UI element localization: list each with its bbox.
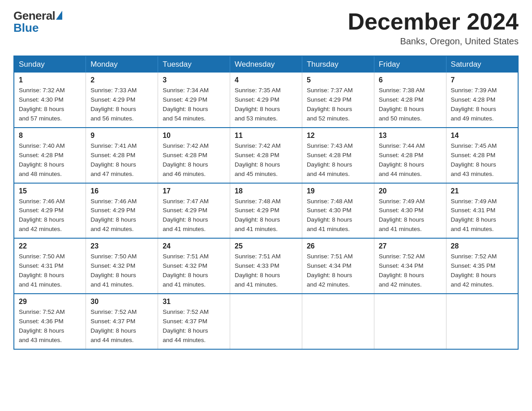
day-info: Sunrise: 7:35 AM Sunset: 4:29 PM Dayligh… bbox=[235, 86, 297, 124]
day-of-week-header: Saturday bbox=[446, 56, 518, 73]
day-number: 8 bbox=[19, 132, 81, 140]
day-info: Sunrise: 7:48 AM Sunset: 4:29 PM Dayligh… bbox=[235, 197, 297, 235]
day-number: 29 bbox=[19, 298, 81, 306]
calendar-cell: 11 Sunrise: 7:42 AM Sunset: 4:28 PM Dayl… bbox=[230, 128, 302, 183]
day-info: Sunrise: 7:52 AM Sunset: 4:37 PM Dayligh… bbox=[90, 308, 153, 345]
day-number: 27 bbox=[379, 242, 442, 250]
day-info: Sunrise: 7:46 AM Sunset: 4:29 PM Dayligh… bbox=[19, 197, 81, 235]
calendar-cell: 22 Sunrise: 7:50 AM Sunset: 4:31 PM Dayl… bbox=[14, 238, 86, 294]
calendar-cell: 28 Sunrise: 7:52 AM Sunset: 4:35 PM Dayl… bbox=[446, 238, 518, 294]
day-number: 23 bbox=[90, 242, 153, 250]
day-info: Sunrise: 7:50 AM Sunset: 4:31 PM Dayligh… bbox=[19, 252, 81, 290]
calendar-cell: 29 Sunrise: 7:52 AM Sunset: 4:36 PM Dayl… bbox=[14, 294, 86, 349]
day-of-week-header: Tuesday bbox=[158, 56, 230, 73]
calendar-cell: 23 Sunrise: 7:50 AM Sunset: 4:32 PM Dayl… bbox=[86, 238, 158, 294]
day-number: 3 bbox=[163, 76, 225, 84]
calendar-cell: 19 Sunrise: 7:48 AM Sunset: 4:30 PM Dayl… bbox=[302, 183, 374, 239]
day-info: Sunrise: 7:42 AM Sunset: 4:28 PM Dayligh… bbox=[235, 141, 297, 179]
day-number: 4 bbox=[235, 76, 297, 84]
day-of-week-header: Friday bbox=[374, 56, 446, 73]
day-number: 16 bbox=[90, 187, 153, 195]
calendar-cell: 31 Sunrise: 7:52 AM Sunset: 4:37 PM Dayl… bbox=[158, 294, 230, 349]
title-section: December 2024 Banks, Oregon, United Stat… bbox=[348, 9, 519, 47]
day-info: Sunrise: 7:47 AM Sunset: 4:29 PM Dayligh… bbox=[163, 197, 225, 235]
day-number: 15 bbox=[19, 187, 81, 195]
calendar-cell: 12 Sunrise: 7:43 AM Sunset: 4:28 PM Dayl… bbox=[302, 128, 374, 183]
calendar-header-row: SundayMondayTuesdayWednesdayThursdayFrid… bbox=[14, 56, 518, 73]
day-info: Sunrise: 7:44 AM Sunset: 4:28 PM Dayligh… bbox=[379, 141, 442, 179]
day-info: Sunrise: 7:33 AM Sunset: 4:29 PM Dayligh… bbox=[90, 86, 153, 124]
calendar-cell: 4 Sunrise: 7:35 AM Sunset: 4:29 PM Dayli… bbox=[230, 73, 302, 128]
day-number: 13 bbox=[379, 132, 442, 140]
calendar-cell bbox=[230, 294, 302, 349]
day-of-week-header: Monday bbox=[86, 56, 158, 73]
day-number: 11 bbox=[235, 132, 297, 140]
day-info: Sunrise: 7:41 AM Sunset: 4:28 PM Dayligh… bbox=[90, 141, 153, 179]
day-number: 28 bbox=[451, 242, 513, 250]
day-info: Sunrise: 7:37 AM Sunset: 4:29 PM Dayligh… bbox=[307, 86, 369, 124]
calendar-cell: 2 Sunrise: 7:33 AM Sunset: 4:29 PM Dayli… bbox=[86, 73, 158, 128]
calendar-cell: 7 Sunrise: 7:39 AM Sunset: 4:28 PM Dayli… bbox=[446, 73, 518, 128]
calendar-cell bbox=[446, 294, 518, 349]
day-info: Sunrise: 7:38 AM Sunset: 4:28 PM Dayligh… bbox=[379, 86, 442, 124]
calendar-week-row: 15 Sunrise: 7:46 AM Sunset: 4:29 PM Dayl… bbox=[14, 183, 518, 239]
day-info: Sunrise: 7:49 AM Sunset: 4:30 PM Dayligh… bbox=[379, 197, 442, 235]
calendar-cell bbox=[302, 294, 374, 349]
day-number: 18 bbox=[235, 187, 297, 195]
calendar-week-row: 22 Sunrise: 7:50 AM Sunset: 4:31 PM Dayl… bbox=[14, 238, 518, 294]
calendar-cell bbox=[374, 294, 446, 349]
calendar-week-row: 8 Sunrise: 7:40 AM Sunset: 4:28 PM Dayli… bbox=[14, 128, 518, 183]
calendar-cell: 18 Sunrise: 7:48 AM Sunset: 4:29 PM Dayl… bbox=[230, 183, 302, 239]
day-number: 14 bbox=[451, 132, 513, 140]
day-info: Sunrise: 7:51 AM Sunset: 4:33 PM Dayligh… bbox=[235, 252, 297, 290]
day-of-week-header: Thursday bbox=[302, 56, 374, 73]
calendar-cell: 1 Sunrise: 7:32 AM Sunset: 4:30 PM Dayli… bbox=[14, 73, 86, 128]
calendar-cell: 24 Sunrise: 7:51 AM Sunset: 4:32 PM Dayl… bbox=[158, 238, 230, 294]
day-info: Sunrise: 7:51 AM Sunset: 4:34 PM Dayligh… bbox=[307, 252, 369, 290]
calendar-table: SundayMondayTuesdayWednesdayThursdayFrid… bbox=[13, 56, 519, 349]
calendar-cell: 13 Sunrise: 7:44 AM Sunset: 4:28 PM Dayl… bbox=[374, 128, 446, 183]
day-info: Sunrise: 7:34 AM Sunset: 4:29 PM Dayligh… bbox=[163, 86, 225, 124]
day-number: 7 bbox=[451, 76, 513, 84]
calendar-week-row: 29 Sunrise: 7:52 AM Sunset: 4:36 PM Dayl… bbox=[14, 294, 518, 349]
day-info: Sunrise: 7:52 AM Sunset: 4:36 PM Dayligh… bbox=[19, 308, 81, 345]
calendar-week-row: 1 Sunrise: 7:32 AM Sunset: 4:30 PM Dayli… bbox=[14, 73, 518, 128]
day-number: 22 bbox=[19, 242, 81, 250]
day-info: Sunrise: 7:51 AM Sunset: 4:32 PM Dayligh… bbox=[163, 252, 225, 290]
calendar-cell: 26 Sunrise: 7:51 AM Sunset: 4:34 PM Dayl… bbox=[302, 238, 374, 294]
day-info: Sunrise: 7:43 AM Sunset: 4:28 PM Dayligh… bbox=[307, 141, 369, 179]
day-number: 9 bbox=[90, 132, 153, 140]
logo-triangle-icon bbox=[56, 11, 62, 20]
page-header: General Blue December 2024 Banks, Oregon… bbox=[13, 9, 519, 47]
day-of-week-header: Wednesday bbox=[230, 56, 302, 73]
calendar-cell: 21 Sunrise: 7:49 AM Sunset: 4:31 PM Dayl… bbox=[446, 183, 518, 239]
day-number: 20 bbox=[379, 187, 442, 195]
day-info: Sunrise: 7:45 AM Sunset: 4:28 PM Dayligh… bbox=[451, 141, 513, 179]
month-title: December 2024 bbox=[348, 9, 519, 34]
day-number: 2 bbox=[90, 76, 153, 84]
calendar-cell: 25 Sunrise: 7:51 AM Sunset: 4:33 PM Dayl… bbox=[230, 238, 302, 294]
day-info: Sunrise: 7:52 AM Sunset: 4:34 PM Dayligh… bbox=[379, 252, 442, 290]
calendar-cell: 27 Sunrise: 7:52 AM Sunset: 4:34 PM Dayl… bbox=[374, 238, 446, 294]
day-info: Sunrise: 7:50 AM Sunset: 4:32 PM Dayligh… bbox=[90, 252, 153, 290]
day-info: Sunrise: 7:46 AM Sunset: 4:29 PM Dayligh… bbox=[90, 197, 153, 235]
calendar-cell: 15 Sunrise: 7:46 AM Sunset: 4:29 PM Dayl… bbox=[14, 183, 86, 239]
day-number: 12 bbox=[307, 132, 369, 140]
calendar-cell: 30 Sunrise: 7:52 AM Sunset: 4:37 PM Dayl… bbox=[86, 294, 158, 349]
day-number: 19 bbox=[307, 187, 369, 195]
day-info: Sunrise: 7:52 AM Sunset: 4:35 PM Dayligh… bbox=[451, 252, 513, 290]
day-info: Sunrise: 7:39 AM Sunset: 4:28 PM Dayligh… bbox=[451, 86, 513, 124]
day-of-week-header: Sunday bbox=[14, 56, 86, 73]
logo: General Blue bbox=[13, 9, 62, 35]
calendar-cell: 8 Sunrise: 7:40 AM Sunset: 4:28 PM Dayli… bbox=[14, 128, 86, 183]
day-number: 30 bbox=[90, 298, 153, 306]
calendar-cell: 6 Sunrise: 7:38 AM Sunset: 4:28 PM Dayli… bbox=[374, 73, 446, 128]
day-number: 31 bbox=[163, 298, 225, 306]
day-number: 6 bbox=[379, 76, 442, 84]
day-info: Sunrise: 7:52 AM Sunset: 4:37 PM Dayligh… bbox=[163, 308, 225, 345]
day-number: 10 bbox=[163, 132, 225, 140]
day-info: Sunrise: 7:32 AM Sunset: 4:30 PM Dayligh… bbox=[19, 86, 81, 124]
calendar-cell: 16 Sunrise: 7:46 AM Sunset: 4:29 PM Dayl… bbox=[86, 183, 158, 239]
day-number: 24 bbox=[163, 242, 225, 250]
day-number: 5 bbox=[307, 76, 369, 84]
